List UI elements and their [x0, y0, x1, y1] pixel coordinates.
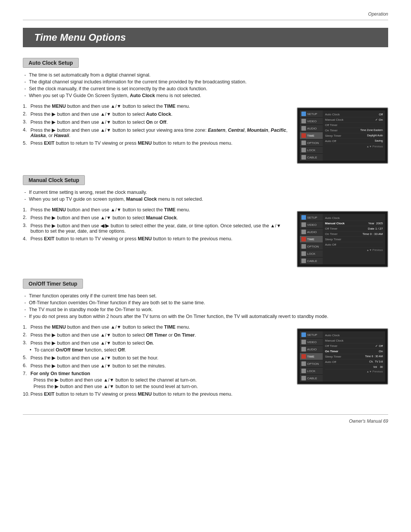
step-item: Press the ▶ button and then use ▲/▼ butt…: [23, 332, 289, 338]
top-divider: [23, 20, 388, 20]
bullet-item: Timer function operates only if the curr…: [23, 293, 388, 299]
step-sub-bullet: To cancel On/Off timer function, select …: [23, 347, 289, 353]
cable-icon: [301, 376, 306, 380]
sidebar-time: TIME: [300, 236, 323, 243]
tv-row: Auto Clock: [325, 216, 383, 221]
option-icon: [301, 141, 306, 145]
video-icon: [301, 119, 306, 123]
manual-clock-bullets: If current time setting is wrong, reset …: [23, 190, 388, 202]
tv-row: Off TimerDate 1 / 27: [325, 226, 383, 232]
step-item: Press the ▶ button and then use ▲/▼ butt…: [23, 215, 289, 220]
tv-row: Auto OffSaving: [325, 139, 383, 144]
sidebar-cable: CABLE: [300, 257, 323, 264]
top-label: Operation: [23, 11, 388, 17]
setup-icon: [301, 215, 306, 220]
bullet-item: Off-Timer function overrides On-Timer fu…: [23, 300, 388, 305]
sidebar-video: VIDEO: [300, 339, 323, 345]
audio-icon: [301, 230, 306, 234]
tv-content-manual: Auto Clock Manual ClockYear 2005 Off Tim…: [323, 214, 385, 264]
sidebar-time: TIME: [300, 353, 323, 360]
step-item: Press the ▶ button and then use ▲/▼ butt…: [23, 127, 289, 138]
tv-row: Manual Clock✓ On: [325, 117, 383, 123]
time-icon: [301, 237, 306, 241]
sidebar-lock: LOCK: [300, 367, 323, 374]
bullet-item: When you set up TV Guide On Screen Syste…: [23, 93, 388, 98]
tv-nav-hint: ▲▼ Previous: [325, 145, 383, 148]
tv-menu: SETUP VIDEO AUDIO TIME OPTION LOCK CABLE…: [300, 331, 385, 382]
step-item: Press the ▶ button and then use ▲/▼ butt…: [23, 119, 289, 125]
auto-clock-steps: Press the MENU button and then use ▲/▼ b…: [23, 104, 289, 148]
manual-clock-section: Manual Clock Setup If current time setti…: [23, 175, 388, 267]
bullet-item: If current time setting is wrong, reset …: [23, 190, 388, 195]
tv-row: Sleep TimerDaylight Auto: [325, 133, 383, 139]
page-title: Time Menu Options: [23, 28, 388, 47]
onoff-timer-bullets: Timer function operates only if the curr…: [23, 293, 388, 319]
tv-row: Manual Clock: [325, 338, 383, 343]
lock-icon: [301, 251, 306, 256]
audio-icon: [301, 126, 306, 131]
option-icon: [301, 244, 306, 249]
tv-row: Sleep TimerTime 6 : 30 AM: [325, 354, 383, 359]
auto-clock-screen: SETUP VIDEO AUDIO TIME OPTION LOCK CABLE…: [297, 107, 388, 164]
auto-clock-steps-image: Press the MENU button and then use ▲/▼ b…: [23, 104, 388, 164]
time-icon: [301, 354, 306, 359]
onoff-timer-section: On/Off Timer Setup Timer function operat…: [23, 279, 388, 399]
audio-icon: [301, 347, 306, 351]
sidebar-cable: CABLE: [300, 154, 323, 161]
tv-row: On TimerTime 0 : 33 AM: [325, 232, 383, 237]
option-icon: [301, 361, 306, 366]
tv-row: Manual ClockYear 2005: [325, 221, 383, 226]
tv-sidebar: SETUP VIDEO AUDIO TIME OPTION LOCK CABLE: [300, 214, 323, 264]
tv-screen-manual: SETUP VIDEO AUDIO TIME OPTION LOCK CABLE…: [297, 211, 388, 267]
sidebar-setup: SETUP: [300, 110, 323, 117]
onoff-timer-steps: Press the MENU button and then use ▲/▼ b…: [23, 324, 289, 399]
sidebar-setup: SETUP: [300, 331, 323, 338]
tv-content-auto: Auto ClockOff Manual Clock✓ On Off Timer…: [323, 110, 385, 161]
step-sub: Press the ▶ button and then use ▲/▼ butt…: [23, 377, 289, 383]
tv-row: Auto ClockOff: [325, 112, 383, 117]
lock-icon: [301, 369, 306, 373]
step-item: Press the ▶ button and then use ▲/▼ butt…: [23, 111, 289, 117]
bullet-item: The time is set automatically from a dig…: [23, 72, 388, 78]
onoff-timer-title: On/Off Timer Setup: [23, 279, 83, 289]
sidebar-video: VIDEO: [300, 118, 323, 125]
tv-menu: SETUP VIDEO AUDIO TIME OPTION LOCK CABLE…: [300, 110, 385, 161]
auto-clock-section: Auto Clock Setup The time is set automat…: [23, 58, 388, 164]
tv-row: Auto Off: [325, 242, 383, 248]
step-item: Press EXIT button to return to TV viewin…: [23, 236, 289, 241]
step-item: Press EXIT button to return to TV viewin…: [23, 141, 289, 146]
step-item: Press the MENU button and then use ▲/▼ b…: [23, 207, 289, 212]
manual-clock-steps: Press the MENU button and then use ▲/▼ b…: [23, 207, 289, 244]
tv-row: Auto Clock: [325, 333, 383, 338]
manual-clock-steps-image: Press the MENU button and then use ▲/▼ b…: [23, 207, 388, 267]
tv-screen-auto: SETUP VIDEO AUDIO TIME OPTION LOCK CABLE…: [297, 107, 388, 164]
auto-clock-title: Auto Clock Setup: [23, 58, 79, 68]
sidebar-option: OPTION: [300, 360, 323, 367]
tv-menu: SETUP VIDEO AUDIO TIME OPTION LOCK CABLE…: [300, 214, 385, 264]
tv-content-onoff: Auto Clock Manual Clock Off Timer✓ Off O…: [323, 331, 385, 382]
sidebar-audio: AUDIO: [300, 228, 323, 235]
tv-nav-hint: ▲▼ Previous: [325, 370, 383, 373]
setup-icon: [301, 112, 306, 116]
step-item: Press the MENU button and then use ▲/▼ b…: [23, 104, 289, 109]
step-item: Press EXIT button to return to TV viewin…: [23, 391, 289, 397]
tv-row: Off Timer✓ Off: [325, 343, 383, 349]
manual-clock-title: Manual Clock Setup: [23, 175, 85, 185]
lock-icon: [301, 148, 306, 152]
tv-row: Sleep Timer: [325, 237, 383, 242]
cable-icon: [301, 259, 306, 263]
tv-sidebar: SETUP VIDEO AUDIO TIME OPTION LOCK CABLE: [300, 110, 323, 161]
manual-clock-screen: SETUP VIDEO AUDIO TIME OPTION LOCK CABLE…: [297, 211, 388, 267]
sidebar-video: VIDEO: [300, 221, 323, 228]
bottom-label: Owner's Manual 69: [23, 419, 388, 424]
bullet-item: If you do not press any button within 2 …: [23, 314, 388, 319]
step-item: Press the ▶ button and then use ▲/▼ butt…: [23, 363, 289, 369]
tv-row: On TimerOn: [325, 349, 383, 354]
step-item: For only On timer function: [23, 371, 289, 376]
tv-screen-onoff: SETUP VIDEO AUDIO TIME OPTION LOCK CABLE…: [297, 328, 388, 385]
sidebar-cable: CABLE: [300, 375, 323, 382]
sidebar-audio: AUDIO: [300, 125, 323, 132]
bottom-divider: [23, 414, 388, 415]
step-item: Press the ▶ button and then use ▲/▼ butt…: [23, 340, 289, 346]
bullet-item: The TV must be in standby mode for the O…: [23, 307, 388, 312]
